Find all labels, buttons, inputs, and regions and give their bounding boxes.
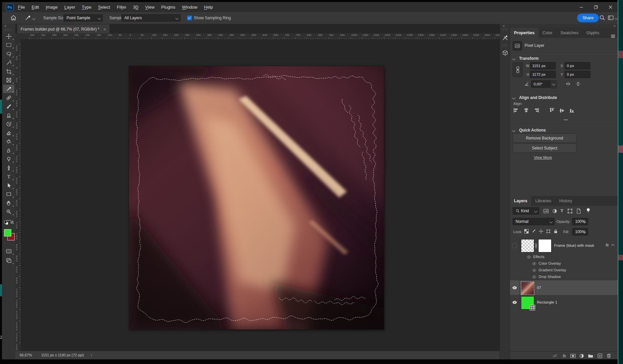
collapse-effects-icon[interactable] [612, 244, 614, 247]
menu-edit[interactable]: Edit [28, 2, 42, 12]
quick-actions-header[interactable]: Quick Actions [513, 127, 546, 133]
align-more-icon[interactable]: ••• [564, 118, 568, 122]
paint-bucket-tool[interactable] [3, 137, 14, 146]
show-sampling-ring-checkbox[interactable] [187, 16, 192, 20]
eraser-tool[interactable] [3, 129, 14, 137]
visibility-toggle[interactable] [510, 295, 520, 310]
close-button[interactable] [603, 2, 618, 12]
menu-type[interactable]: Type [78, 2, 95, 12]
collapse-panels-icon[interactable]: « [503, 24, 505, 28]
quick-mask-button[interactable] [3, 247, 14, 255]
add-layer-style-icon[interactable]: fx [561, 353, 567, 359]
panel-grip[interactable] [502, 45, 508, 46]
lock-artboard-icon[interactable] [546, 229, 551, 234]
collapse-toolbar-icon[interactable]: » [5, 24, 6, 28]
effect-row-drop-shadow[interactable]: Drop Shadow [510, 274, 618, 280]
menu-window[interactable]: Window [179, 2, 200, 12]
layer-mask-thumbnail[interactable] [538, 239, 552, 252]
lock-all-icon[interactable] [553, 229, 558, 234]
align-bottom-edges-icon[interactable] [569, 108, 575, 113]
fx-badge[interactable]: fx [606, 243, 609, 247]
view-more-link[interactable]: View More [534, 155, 552, 159]
align-right-edges-icon[interactable] [533, 108, 539, 113]
status-chevron-icon[interactable]: › [91, 353, 92, 357]
chevron-down-icon[interactable] [615, 17, 618, 20]
horizontal-ruler[interactable]: 4504003503002502001501005005010015020025… [21, 33, 500, 40]
align-section-header[interactable]: Align and Distribute [513, 94, 557, 100]
canvas-viewport[interactable] [21, 39, 500, 351]
smudge-tool[interactable] [3, 146, 14, 154]
link-layers-icon[interactable] [552, 353, 558, 359]
layer-filter-kind-select[interactable]: Kind [513, 207, 539, 215]
tab-libraries[interactable]: Libraries [531, 196, 555, 206]
workspace-icon[interactable] [608, 15, 614, 21]
lock-pixels-icon[interactable] [531, 229, 536, 234]
delete-layer-icon[interactable] [606, 353, 612, 359]
menu-view[interactable]: View [142, 2, 158, 12]
pen-tool[interactable] [3, 164, 14, 172]
spot-healing-brush-tool[interactable] [3, 94, 14, 102]
transform-section-header[interactable]: Transform [513, 55, 539, 61]
tab-properties[interactable]: Properties [510, 28, 539, 38]
width-field[interactable]: 1151 px [530, 62, 556, 69]
share-button[interactable]: Share [577, 14, 599, 22]
document-tab[interactable]: Frames builder.psd @ 66,7% (07, RGB/8#) … [17, 25, 109, 34]
eyedropper-options-icon[interactable] [25, 15, 31, 21]
layer-name[interactable]: 07 [537, 286, 541, 290]
panel-grip[interactable] [502, 29, 508, 31]
hand-tool[interactable] [3, 199, 14, 207]
layer-name[interactable]: Frame (blue) with mask [554, 243, 594, 247]
link-dimensions-icon[interactable] [513, 62, 523, 77]
layer-thumbnail[interactable] [521, 239, 534, 252]
close-tab-icon[interactable]: × [103, 27, 106, 32]
lock-transparency-icon[interactable] [524, 229, 529, 234]
align-vertical-centers-icon[interactable] [559, 108, 565, 113]
visibility-toggle[interactable] [510, 238, 520, 254]
filter-toggle-icon[interactable] [586, 208, 591, 214]
effect-row-color-overlay[interactable]: Color Overlay [510, 260, 618, 267]
filter-type-layers-icon[interactable]: T [561, 208, 563, 213]
panel-menu-icon[interactable] [611, 35, 615, 38]
tab-glyphs[interactable]: Glyphs [582, 28, 603, 38]
blend-mode-select[interactable]: Normal [513, 218, 555, 225]
layer-thumbnail[interactable] [521, 296, 534, 310]
canvas[interactable] [129, 66, 384, 329]
menu-plugins[interactable]: Plugins [158, 2, 179, 12]
eye-icon[interactable] [527, 255, 531, 259]
swap-colors-icon[interactable] [10, 220, 14, 225]
flip-horizontal-icon[interactable] [565, 81, 571, 87]
sample-size-select[interactable]: Point Sample [63, 14, 103, 22]
layer-row-frame-blue[interactable]: Frame (blue) with mask fx [510, 238, 618, 254]
chevron-down-icon[interactable] [32, 17, 36, 20]
layer-name[interactable]: Rectangle 1 [537, 300, 557, 304]
search-icon[interactable] [599, 15, 605, 21]
object-selection-tool[interactable] [3, 58, 14, 67]
opacity-field[interactable]: 100% [572, 218, 588, 225]
history-brush-tool[interactable] [3, 120, 14, 128]
tab-history[interactable]: History [555, 196, 576, 206]
lock-position-icon[interactable] [539, 229, 544, 234]
menu-help[interactable]: Help [201, 2, 216, 12]
align-top-edges-icon[interactable] [549, 108, 555, 113]
menu-filter[interactable]: Filter [113, 2, 130, 12]
layer-row-rectangle-1[interactable]: Rectangle 1 [510, 295, 618, 310]
filter-adjustment-layers-icon[interactable] [552, 208, 558, 214]
menu-image[interactable]: Image [42, 2, 61, 12]
menu-select[interactable]: Select [95, 2, 113, 12]
eye-icon[interactable] [532, 275, 537, 279]
dodge-tool[interactable] [3, 155, 14, 163]
filter-smart-objects-icon[interactable] [576, 208, 581, 214]
eye-icon[interactable] [532, 262, 537, 266]
align-left-edges-icon[interactable] [513, 108, 519, 113]
new-layer-icon[interactable] [597, 353, 603, 359]
filter-shape-layers-icon[interactable] [567, 208, 573, 214]
effect-row-gradient-overlay[interactable]: Gradient Overlay [510, 267, 618, 274]
toolbar-grip[interactable] [5, 29, 12, 31]
tab-layers[interactable]: Layers [510, 196, 531, 206]
type-tool[interactable]: T [3, 172, 14, 181]
select-subject-button[interactable]: Select Subject [513, 143, 576, 153]
minimize-button[interactable] [574, 2, 588, 12]
zoom-level-field[interactable]: 66,67% [20, 353, 32, 357]
layer-thumbnail[interactable] [521, 282, 534, 295]
x-field[interactable]: 0 px [564, 62, 590, 69]
